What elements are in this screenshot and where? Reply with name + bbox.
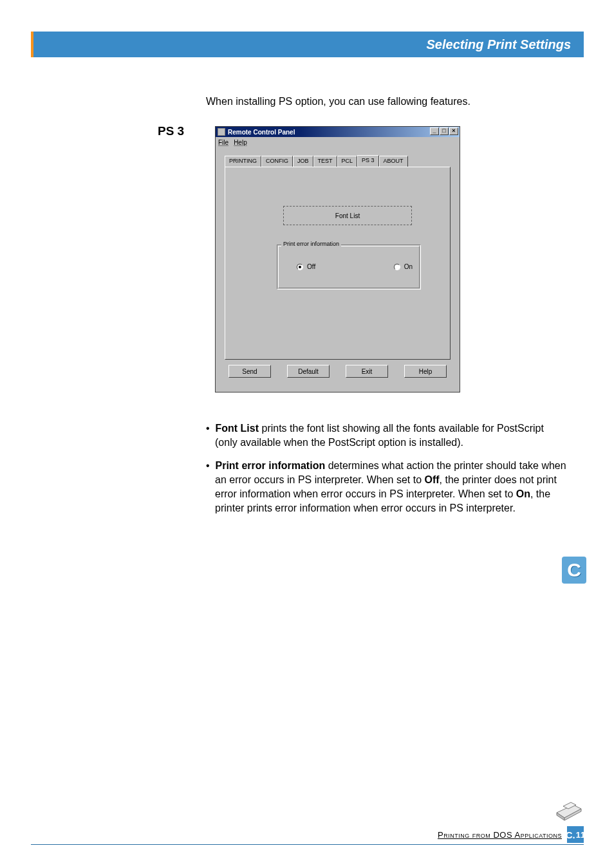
tab-about[interactable]: ABOUT (379, 156, 408, 167)
default-button[interactable]: Default (287, 365, 330, 378)
bullet-font-list: Font List prints the font list showing a… (206, 421, 566, 450)
tab-config[interactable]: CONFIG (261, 156, 293, 167)
print-error-groupbox: Print error information Off On (277, 245, 421, 290)
close-button[interactable]: × (449, 127, 458, 135)
remote-control-panel-window: Remote Control Panel _ □ × File Help PRI… (215, 126, 460, 392)
bullet2-term: Print error information (216, 460, 326, 471)
radio-off-label: Off (307, 263, 315, 270)
bullet1-term: Font List (216, 423, 259, 434)
footer-page-badge: C.11 (567, 826, 584, 843)
printer-icon (218, 128, 225, 136)
window-title: Remote Control Panel (228, 129, 295, 136)
tab-printing[interactable]: PRINTING (225, 156, 261, 167)
appendix-letter: C (567, 559, 581, 581)
help-button[interactable]: Help (404, 365, 447, 378)
menu-file[interactable]: File (218, 139, 228, 146)
dialog-button-row: Send Default Exit Help (225, 365, 451, 383)
footer-printer-icon (554, 799, 584, 822)
bullet1-text: prints the font list showing all the fon… (215, 423, 544, 448)
radio-on-label: On (404, 263, 413, 270)
intro-text: When installing PS option, you can use f… (206, 96, 470, 107)
footer-page-number: 11 (576, 830, 585, 840)
radio-on-circle (394, 264, 400, 270)
bullet2-off: Off (424, 474, 439, 485)
send-button[interactable]: Send (228, 365, 271, 378)
menu-help[interactable]: Help (234, 139, 247, 146)
groupbox-title: Print error information (281, 241, 341, 247)
minimize-button[interactable]: _ (430, 127, 439, 135)
appendix-side-tab: C (562, 557, 586, 584)
bullet2-on: On (516, 488, 530, 499)
tab-panel: Font List Print error information Off On (225, 167, 451, 360)
tab-pcl[interactable]: PCL (337, 156, 358, 167)
tab-test[interactable]: TEST (313, 156, 337, 167)
radio-on[interactable]: On (394, 263, 413, 270)
header-bar: Selecting Print Settings (33, 32, 584, 57)
footer-rule (31, 844, 584, 845)
section-label: PS 3 (158, 124, 184, 138)
footer-badge-letter: C. (566, 829, 575, 840)
page-title: Selecting Print Settings (427, 37, 571, 52)
maximize-button[interactable]: □ (440, 127, 449, 135)
font-list-button[interactable]: Font List (283, 206, 412, 225)
tab-job[interactable]: JOB (293, 156, 313, 167)
radio-off[interactable]: Off (297, 263, 315, 270)
radio-off-circle (297, 264, 303, 270)
window-titlebar: Remote Control Panel _ □ × (216, 127, 460, 137)
exit-button[interactable]: Exit (346, 365, 388, 378)
tab-ps3[interactable]: PS 3 (357, 155, 379, 167)
window-menubar: File Help (216, 137, 460, 147)
page-footer: Printing from DOS Applications C.11 (31, 824, 584, 845)
footer-chapter: Printing from DOS Applications (438, 830, 562, 840)
bullet-print-error: Print error information determines what … (206, 459, 566, 515)
feature-list: Font List prints the font list showing a… (206, 421, 566, 524)
tab-row: PRINTING CONFIG JOB TEST PCL PS 3 ABOUT (225, 155, 451, 167)
